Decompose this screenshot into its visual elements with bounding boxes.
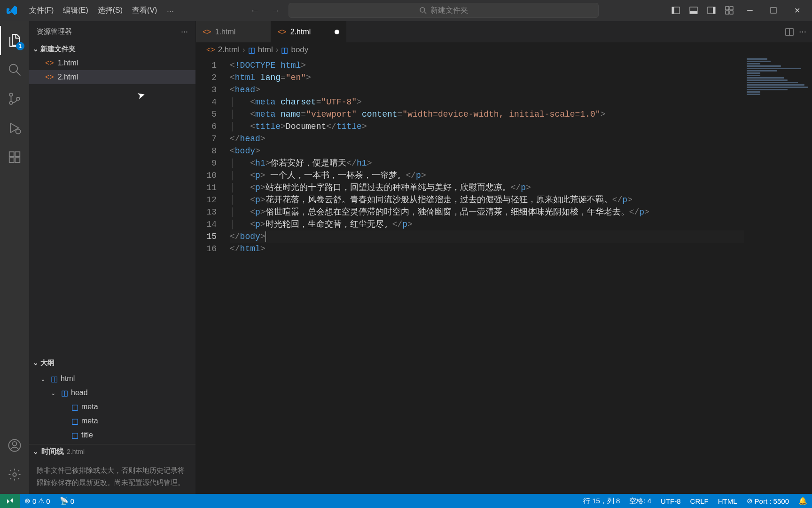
- remote-indicator[interactable]: [0, 494, 20, 508]
- status-encoding[interactable]: UTF-8: [656, 497, 686, 505]
- layout-sidebar-right-icon[interactable]: [703, 2, 720, 19]
- svg-rect-11: [730, 11, 733, 14]
- activity-source-control[interactable]: [0, 84, 29, 113]
- timeline-header[interactable]: ⌄ 时间线 2.html: [29, 444, 195, 459]
- status-eol[interactable]: CRLF: [686, 497, 713, 505]
- file-name: 1.html: [58, 59, 78, 67]
- outline-item[interactable]: ⌄◫html: [29, 372, 195, 386]
- chevron-down-icon: ⌄: [33, 359, 39, 366]
- symbol-icon: ◫: [71, 417, 78, 426]
- html-file-icon: <>: [45, 59, 54, 67]
- activity-settings[interactable]: [0, 460, 29, 489]
- outline-title: 大纲: [40, 358, 55, 367]
- explorer-badge: 1: [16, 42, 24, 50]
- activity-search[interactable]: [0, 55, 29, 84]
- sidebar-title: 资源管理器: [37, 27, 72, 36]
- status-indentation[interactable]: 空格: 4: [625, 497, 656, 506]
- status-bar: ⊗0 ⚠0 📡0 行 15，列 8 空格: 4 UTF-8 CRLF HTML …: [0, 494, 812, 508]
- breadcrumb-file: 2.html: [218, 45, 240, 55]
- breadcrumbs[interactable]: <> 2.html › ◫ html › ◫ body: [196, 42, 812, 57]
- activity-extensions[interactable]: [0, 143, 29, 172]
- activity-run-debug[interactable]: [0, 113, 29, 143]
- chevron-down-icon: ⌄: [33, 45, 39, 53]
- file-name: 2.html: [58, 73, 78, 81]
- svg-rect-8: [726, 7, 729, 10]
- search-placeholder: 新建文件夹: [430, 6, 468, 16]
- status-notifications[interactable]: 🔔: [794, 497, 812, 505]
- outline-item[interactable]: ◫meta: [29, 400, 195, 414]
- editor-more-icon[interactable]: ⋯: [799, 27, 806, 36]
- code-editor[interactable]: 12345678910111213141516 <!DOCTYPE html><…: [196, 57, 812, 494]
- svg-line-1: [424, 12, 426, 14]
- svg-point-13: [9, 64, 18, 73]
- window-minimize-button[interactable]: ─: [739, 2, 761, 19]
- broadcast-off-icon: ⊘: [747, 497, 753, 505]
- sidebar-more-icon[interactable]: ⋯: [181, 27, 188, 36]
- status-port-forward[interactable]: 📡0: [55, 497, 79, 505]
- svg-rect-10: [726, 11, 729, 14]
- breadcrumb-html: html: [258, 45, 273, 55]
- command-center-search[interactable]: 新建文件夹: [289, 3, 599, 18]
- chevron-down-icon: ⌄: [33, 448, 39, 455]
- file-item[interactable]: <>2.html: [29, 70, 195, 84]
- menu-item[interactable]: 编辑(E): [58, 4, 93, 17]
- activity-bar: 1: [0, 21, 29, 494]
- outline-label: html: [61, 374, 75, 383]
- layout-panel-icon[interactable]: [685, 2, 702, 19]
- editor-tab[interactable]: <>2.html: [271, 21, 346, 42]
- symbol-icon: ◫: [248, 46, 255, 55]
- chevron-down-icon: ⌄: [51, 389, 58, 397]
- tab-label: 2.html: [290, 28, 311, 36]
- nav-forward-icon[interactable]: →: [268, 4, 283, 17]
- status-live-server[interactable]: ⊘Port : 5500: [742, 497, 794, 505]
- menu-item[interactable]: …: [162, 4, 179, 17]
- outline-header[interactable]: ⌄ 大纲: [29, 356, 195, 370]
- svg-line-14: [16, 71, 21, 76]
- editor-tab[interactable]: <>1.html: [196, 21, 271, 42]
- svg-rect-9: [730, 7, 733, 10]
- svg-point-18: [16, 129, 21, 134]
- customize-layout-icon[interactable]: [721, 2, 738, 19]
- symbol-icon: ◫: [71, 403, 78, 412]
- symbol-icon: ◫: [281, 46, 288, 55]
- svg-rect-12: [771, 8, 776, 13]
- svg-rect-20: [9, 158, 14, 162]
- broadcast-icon: 📡: [60, 497, 69, 505]
- explorer-sidebar: 资源管理器 ⋯ ⌄ 新建文件夹 <>1.html<>2.html ⌄ 大纲 ⌄◫…: [29, 21, 196, 494]
- menu-item[interactable]: 查看(V): [127, 4, 162, 17]
- svg-point-24: [13, 442, 17, 446]
- html-file-icon: <>: [278, 28, 287, 36]
- folder-header[interactable]: ⌄ 新建文件夹: [29, 42, 195, 56]
- outline-item[interactable]: ◫title: [29, 428, 195, 442]
- folder-name: 新建文件夹: [40, 45, 76, 54]
- status-language[interactable]: HTML: [713, 497, 742, 505]
- minimap[interactable]: [744, 57, 812, 246]
- outline-item[interactable]: ⌄◫head: [29, 386, 195, 400]
- warning-icon: ⚠: [38, 497, 44, 505]
- timeline-title: 时间线: [41, 447, 64, 457]
- status-problems[interactable]: ⊗0 ⚠0: [20, 497, 55, 505]
- window-close-button[interactable]: ✕: [786, 2, 808, 19]
- editor-tabs: <>1.html<>2.html ⋯: [196, 21, 812, 42]
- html-file-icon: <>: [45, 73, 54, 81]
- svg-point-16: [9, 102, 12, 104]
- tab-label: 1.html: [215, 28, 236, 36]
- svg-point-17: [16, 97, 19, 100]
- activity-accounts[interactable]: [0, 431, 29, 460]
- status-cursor-position[interactable]: 行 15，列 8: [578, 497, 625, 506]
- split-editor-icon[interactable]: [785, 27, 794, 37]
- window-maximize-button[interactable]: [762, 2, 785, 19]
- file-item[interactable]: <>1.html: [29, 56, 195, 70]
- layout-sidebar-left-icon[interactable]: [667, 2, 684, 19]
- outline-item[interactable]: ◫meta: [29, 414, 195, 428]
- title-bar: 文件(F)编辑(E)选择(S)查看(V)… ← → 新建文件夹 ─ ✕: [0, 0, 812, 21]
- menu-item[interactable]: 选择(S): [93, 4, 127, 17]
- activity-explorer[interactable]: 1: [0, 26, 29, 55]
- menu-item[interactable]: 文件(F): [24, 4, 58, 17]
- outline-label: meta: [81, 403, 98, 411]
- vscode-logo-icon: [7, 5, 18, 16]
- svg-rect-22: [15, 152, 20, 157]
- symbol-icon: ◫: [61, 389, 68, 397]
- symbol-icon: ◫: [71, 431, 78, 440]
- nav-back-icon[interactable]: ←: [247, 4, 262, 17]
